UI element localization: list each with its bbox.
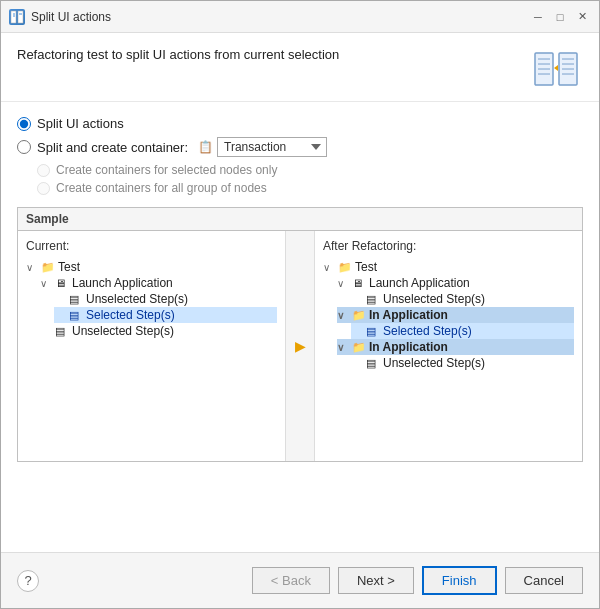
sub-radio-row-2: Create containers for all group of nodes [37,181,583,195]
radio-row-1: Split UI actions [17,116,583,131]
after-panel: After Refactoring: ∨ 📁 Test ∨ 🖥 Launc [315,231,582,461]
after-label: After Refactoring: [323,239,574,253]
tree-label-test: Test [58,260,80,274]
dialog-title: Refactoring test to split UI actions fro… [17,47,531,62]
split-container-radio[interactable] [17,140,31,154]
split-ui-label: Split UI actions [37,116,124,131]
sample-section: Sample Current: ∨ 📁 Test ∨ [17,207,583,462]
after-tree-item-inapp1: ∨ 📁 In Application [337,307,574,323]
after-tree-item-test: ∨ 📁 Test [323,259,574,275]
current-label: Current: [26,239,277,253]
svg-rect-0 [11,11,16,23]
title-bar-left: Split UI actions [9,9,111,25]
after-toggle-launch: ∨ [337,278,349,289]
step-icon-unsel1: ▤ [69,293,83,306]
split-ui-radio[interactable] [17,117,31,131]
toggle-test: ∨ [26,262,38,273]
tree-label-launch: Launch Application [72,276,173,290]
option-group: Split UI actions Split and create contai… [17,116,583,195]
help-button[interactable]: ? [17,570,39,592]
after-tree-item-unsel1: ▤ Unselected Step(s) [351,291,574,307]
after-step-icon-unsel1: ▤ [366,293,380,306]
tree-item-test: ∨ 📁 Test [26,259,277,275]
after-tree-item-unsel2: ▤ Unselected Step(s) [351,355,574,371]
container-type-dropdown[interactable]: Transaction Application [217,137,327,157]
after-tree-item-inapp2: ∨ 📁 In Application [337,339,574,355]
step-icon-unsel2: ▤ [55,325,69,338]
after-step-icon-sel1: ▤ [366,325,380,338]
after-tree-item-launch: ∨ 🖥 Launch Application [337,275,574,291]
after-step-icon-launch: 🖥 [352,277,366,289]
tree-item-sel1: ▤ Selected Step(s) [54,307,277,323]
after-tree-label-sel1: Selected Step(s) [383,324,472,338]
all-nodes-label: Create containers for all group of nodes [56,181,267,195]
tree-label-unsel1: Unselected Step(s) [86,292,188,306]
tree-label-sel1: Selected Step(s) [86,308,175,322]
container-dropdown-group: 📋 Transaction Application [198,137,327,157]
svg-marker-15 [554,65,558,71]
dialog-content: Split UI actions Split and create contai… [1,102,599,552]
after-folder-icon-inapp2: 📁 [352,341,366,354]
toggle-launch: ∨ [40,278,52,289]
close-button[interactable]: ✕ [573,8,591,26]
sub-radio-row-1: Create containers for selected nodes onl… [37,163,583,177]
all-nodes-radio [37,182,50,195]
window-title: Split UI actions [31,10,111,24]
selected-nodes-label: Create containers for selected nodes onl… [56,163,277,177]
tree-item-launch: ∨ 🖥 Launch Application [40,275,277,291]
sample-header: Sample [18,208,582,231]
sub-options-group: Create containers for selected nodes onl… [37,163,583,195]
refactor-arrow: ▶ [295,338,306,354]
finish-button[interactable]: Finish [422,566,497,595]
after-tree-item-sel1: ▤ Selected Step(s) [351,323,574,339]
tree-item-unsel2: ▤ Unselected Step(s) [40,323,277,339]
split-container-label: Split and create container: [37,140,188,155]
folder-icon-test: 📁 [41,261,55,274]
header-icon-area [531,47,583,91]
help-icon: ? [24,573,31,588]
window-icon [9,9,25,25]
cancel-button[interactable]: Cancel [505,567,583,594]
next-button[interactable]: Next > [338,567,414,594]
panel-divider: ▶ [285,231,315,461]
after-step-icon-unsel2: ▤ [366,357,380,370]
current-tree: ∨ 📁 Test ∨ 🖥 Launch Application [26,259,277,339]
step-icon-sel1: ▤ [69,309,83,322]
refactor-icon [533,49,581,89]
title-bar: Split UI actions ─ □ ✕ [1,1,599,33]
after-tree-label-launch: Launch Application [369,276,470,290]
dialog-footer: ? < Back Next > Finish Cancel [1,552,599,608]
maximize-button[interactable]: □ [551,8,569,26]
tree-label-unsel2: Unselected Step(s) [72,324,174,338]
minimize-button[interactable]: ─ [529,8,547,26]
after-tree-label-test: Test [355,260,377,274]
main-window: Split UI actions ─ □ ✕ Refactoring test … [0,0,600,609]
after-folder-icon-inapp1: 📁 [352,309,366,322]
radio-row-2: Split and create container: 📋 Transactio… [17,137,583,157]
tree-item-unsel1: ▤ Unselected Step(s) [54,291,277,307]
after-toggle-inapp2: ∨ [337,342,349,353]
title-bar-controls: ─ □ ✕ [529,8,591,26]
after-tree: ∨ 📁 Test ∨ 🖥 Launch Application [323,259,574,371]
back-button[interactable]: < Back [252,567,330,594]
svg-rect-1 [18,11,23,23]
after-tree-label-unsel1: Unselected Step(s) [383,292,485,306]
after-tree-label-inapp1: In Application [369,308,448,322]
after-tree-label-unsel2: Unselected Step(s) [383,356,485,370]
after-toggle-test: ∨ [323,262,335,273]
after-toggle-inapp1: ∨ [337,310,349,321]
after-tree-label-inapp2: In Application [369,340,448,354]
after-folder-icon-test: 📁 [338,261,352,274]
dialog-header: Refactoring test to split UI actions fro… [1,33,599,102]
sample-content: Current: ∨ 📁 Test ∨ 🖥 Launch Applicat [18,231,582,461]
step-icon-launch: 🖥 [55,277,69,289]
container-dropdown-icon: 📋 [198,140,213,154]
current-panel: Current: ∨ 📁 Test ∨ 🖥 Launch Applicat [18,231,285,461]
selected-nodes-radio [37,164,50,177]
